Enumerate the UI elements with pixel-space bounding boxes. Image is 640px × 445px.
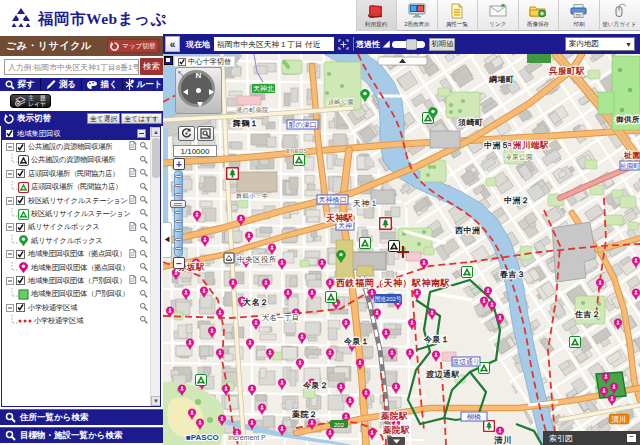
svg-text:祉園町: 祉園町 [620, 162, 640, 170]
svg-text:天神橋口: 天神橋口 [319, 196, 347, 204]
svg-text:中洲川端駅: 中洲川端駅 [504, 140, 549, 150]
svg-text:西中洲: 西中洲 [455, 226, 481, 235]
svg-text:渡辺通り: 渡辺通り [452, 357, 480, 366]
svg-text:柳橋: 柳橋 [467, 413, 481, 420]
svg-text:渡辺通駅: 渡辺通駅 [425, 369, 460, 379]
svg-text:清川: 清川 [493, 435, 512, 445]
svg-text:202: 202 [334, 422, 345, 428]
svg-text:赤坂駅: 赤坂駅 [177, 262, 205, 272]
svg-text:天神１: 天神１ [353, 199, 379, 208]
svg-text:大名２: 大名２ [243, 298, 269, 307]
svg-text:天神北: 天神北 [253, 85, 274, 93]
svg-text:綱場町: 綱場町 [488, 75, 515, 84]
svg-text:西鉄福岡（天神）駅神南駅: 西鉄福岡（天神）駅神南駅 [335, 278, 451, 288]
svg-text:薬院駅: 薬院駅 [382, 425, 410, 435]
svg-text:■PASCO: ■PASCO [186, 433, 219, 442]
svg-text:薬院２: 薬院２ [291, 410, 318, 419]
svg-text:薬院駅: 薬院駅 [380, 411, 408, 421]
svg-text:中央区役所: 中央区役所 [237, 255, 277, 264]
svg-text:今泉１: 今泉１ [343, 337, 370, 346]
svg-text:那の津口: 那の津口 [288, 121, 316, 129]
svg-text:天神駅: 天神駅 [325, 213, 354, 223]
svg-text:祉園駅: 祉園駅 [623, 151, 640, 160]
svg-text:国道202号: 国道202号 [374, 295, 401, 303]
svg-text:舞鶴小・中: 舞鶴小・中 [236, 192, 269, 199]
svg-text:今泉１: 今泉１ [423, 335, 450, 344]
svg-text:潜の町病院: 潜の町病院 [236, 106, 269, 114]
svg-text:大名一丁目: 大名一丁目 [262, 314, 300, 322]
svg-text:中洲５: 中洲５ [484, 141, 510, 150]
svg-text:住吉２: 住吉２ [574, 310, 601, 319]
svg-text:今泉２: 今泉２ [302, 381, 329, 390]
svg-text:Increment P: Increment P [228, 434, 266, 441]
svg-text:須崎公園: 須崎公園 [328, 98, 354, 106]
svg-text:中洲２: 中洲２ [504, 196, 530, 205]
svg-text:春吉３: 春吉３ [499, 270, 526, 279]
svg-text:ENEOS: ENEOS [286, 148, 308, 154]
svg-text:冷泉公園: 冷泉公園 [505, 153, 533, 161]
svg-text:御供所町: 御供所町 [615, 115, 640, 124]
svg-text:舞鶴１: 舞鶴１ [232, 119, 259, 128]
svg-text:清川: 清川 [612, 415, 627, 424]
svg-text:須崎町: 須崎町 [458, 118, 484, 127]
svg-text:呉服町駅: 呉服町駅 [548, 66, 585, 76]
svg-text:天神: 天神 [338, 222, 352, 229]
